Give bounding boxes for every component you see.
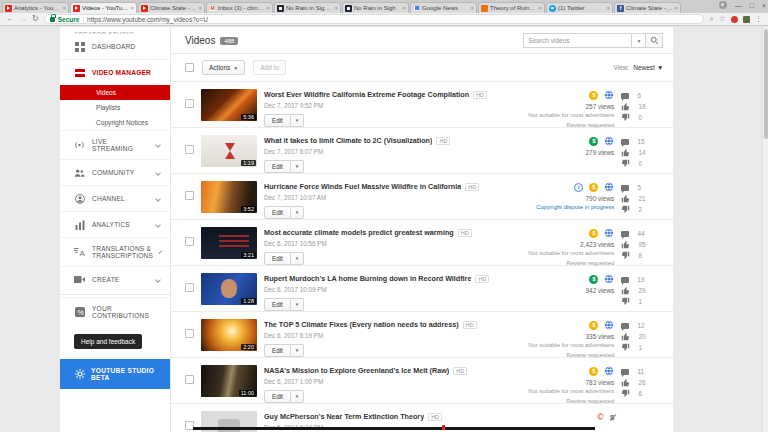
browser-tab-5[interactable]: No Rain in Sigh× [342,2,409,13]
youtube-studio-beta-button[interactable]: YOUTUBE STUDIO BETA [60,359,170,389]
thumbs-down-icon[interactable] [621,113,630,122]
video-thumbnail[interactable]: 1:19 [201,135,257,167]
video-checkbox[interactable] [185,99,194,108]
comments-icon[interactable] [621,231,629,237]
visibility-public-icon[interactable] [604,90,614,100]
page-scrollbar[interactable] [762,27,768,432]
sidebar-item-translations-transcriptions[interactable]: ATRANSLATIONS & TRANSCRIPTIONS [60,237,170,266]
visibility-public-icon[interactable] [604,228,614,238]
tab-close-icon[interactable]: × [130,5,134,11]
back-icon[interactable]: ← [6,15,14,23]
search-button[interactable] [645,33,663,48]
edit-dropdown-caret-icon[interactable]: ▼ [291,114,304,127]
add-to-button[interactable]: Add to [253,60,286,75]
forward-icon[interactable]: → [19,15,27,23]
video-title-link[interactable]: NASA's Mission to Explore Greenland's Ic… [264,366,449,375]
monetization-limited-icon[interactable]: $ [589,91,598,100]
comments-icon[interactable] [621,93,629,99]
browser-tab-9[interactable]: fClimate State - Ho× [614,2,681,13]
edit-button[interactable]: Edit [264,390,291,403]
extension-red-icon[interactable] [731,16,738,23]
maximize-button[interactable]: □ [750,2,754,9]
sidebar-subitem-videos[interactable]: Videos [60,85,170,100]
edit-dropdown-caret-icon[interactable]: ▼ [291,390,304,403]
edit-dropdown-caret-icon[interactable]: ▼ [291,160,304,173]
thumbs-down-icon[interactable] [621,343,630,352]
monetization-limited-icon[interactable]: $ [589,321,598,330]
extension-dark-icon[interactable] [743,16,750,23]
monetization-limited-icon[interactable]: $ [589,229,598,238]
browser-tab-6[interactable]: Google News× [410,2,477,13]
thumbs-up-icon[interactable] [621,332,630,341]
thumbs-down-icon[interactable] [621,205,630,214]
edit-button[interactable]: Edit [264,160,291,173]
video-thumbnail[interactable]: 2:20 [201,319,257,351]
video-title-link[interactable]: What it takes to limit Climate to 2C (Vi… [264,136,432,145]
video-title-link[interactable]: Hurricane Force Winds Fuel Massive Wildf… [264,182,461,191]
profile-icon[interactable] [719,1,727,9]
comments-icon[interactable] [621,369,629,375]
monetization-limited-icon[interactable]: $ [589,367,598,376]
search-input[interactable] [523,33,631,48]
thumbs-up-icon[interactable] [621,194,630,203]
visibility-public-icon[interactable] [604,320,614,330]
tab-close-icon[interactable]: × [266,5,270,11]
browser-tab-4[interactable]: No Rain in Sight fo× [274,2,341,13]
sidebar-item-live-streaming[interactable]: LIVE STREAMING [60,130,170,159]
monetization-on-icon[interactable]: $ [589,275,598,284]
sidebar-item-create[interactable]: CREATE [60,266,170,292]
thumbs-up-icon[interactable] [621,148,630,157]
bookmark-star-icon[interactable]: ☆ [719,15,726,23]
tab-close-icon[interactable]: × [334,5,338,11]
tab-close-icon[interactable]: × [62,5,66,11]
browser-tab-8[interactable]: (1) Twitter× [546,2,613,13]
visibility-public-icon[interactable] [604,182,614,192]
close-button[interactable]: × [762,2,766,9]
url-box[interactable]: Secure | https://www.youtube.com/my_vide… [44,14,705,24]
visibility-public-icon[interactable] [604,274,614,284]
tab-close-icon[interactable]: × [402,5,406,11]
tab-close-icon[interactable]: × [606,5,610,11]
edit-button[interactable]: Edit [264,114,291,127]
sidebar-item-video-manager[interactable]: VIDEO MANAGER [60,59,170,85]
video-checkbox[interactable] [185,191,194,200]
browser-tab-1[interactable]: Videos - YouTube× [70,2,137,13]
browser-tab-3[interactable]: MInbox (3) - climate× [206,2,273,13]
visibility-public-icon[interactable] [604,136,614,146]
video-checkbox[interactable] [185,375,194,384]
tab-close-icon[interactable]: × [538,5,542,11]
claim-info-icon[interactable]: i [574,183,583,192]
monetization-limited-icon[interactable]: $ [589,183,598,192]
edit-button[interactable]: Edit [264,252,291,265]
comments-icon[interactable] [621,139,629,145]
sidebar-item-your-contributions[interactable]: %YOUR CONTRIBUTIONS [60,297,170,326]
comments-icon[interactable] [621,185,629,191]
select-all-checkbox[interactable] [185,63,194,72]
video-title-link[interactable]: Worst Ever Wildfire California Extreme F… [264,90,469,99]
sidebar-subitem-playlists[interactable]: Playlists [60,100,170,115]
thumbs-down-icon[interactable] [621,389,630,398]
thumbs-up-icon[interactable] [621,240,630,249]
copyright-dispute-link[interactable]: Copyright dispute in progress [496,204,614,212]
sidebar-item-dashboard[interactable]: DASHBOARD [60,34,170,59]
video-title-link[interactable]: Rupert Murdoch's LA home Burning down in… [264,274,471,283]
edit-button[interactable]: Edit [264,344,291,357]
browser-tab-7[interactable]: Theory of Ruins by× [478,2,545,13]
search-page-icon[interactable]: ⌕ [709,15,713,23]
browser-tab-2[interactable]: Climate State - You× [138,2,205,13]
copyright-strike-icon[interactable]: © [597,413,604,422]
minimize-button[interactable]: — [735,2,742,9]
reload-icon[interactable]: ↻ [32,15,39,23]
comments-icon[interactable] [621,277,629,283]
visibility-public-icon[interactable] [604,366,614,376]
thumbs-down-icon[interactable] [621,251,630,260]
tab-close-icon[interactable]: × [470,5,474,11]
sidebar-subitem-copyright-notices[interactable]: Copyright Notices [60,115,170,130]
video-thumbnail[interactable]: 3:21 [201,227,257,259]
browser-tab-0[interactable]: Analytics - YouTube× [2,2,69,13]
video-title-link[interactable]: Most accurate climate models predict gre… [264,228,454,237]
thumbs-down-icon[interactable] [621,159,630,168]
video-thumbnail[interactable]: 5:36 [201,89,257,121]
monetization-disabled-icon[interactable]: $ [610,413,614,422]
edit-button[interactable]: Edit [264,298,291,311]
